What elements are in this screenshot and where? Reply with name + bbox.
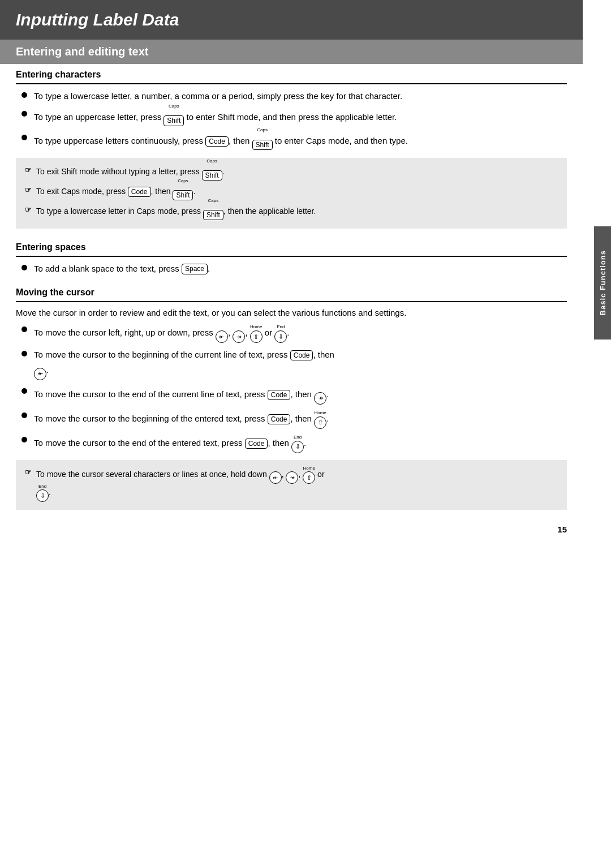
entering-characters-list: To type a lowercase letter, a number, a … [16,90,567,151]
note-icon: ☞ [25,184,32,196]
note-line: ☞ To exit Shift mode without typing a le… [25,164,558,181]
note-text: To exit Caps mode, press Code, then Caps… [36,183,195,201]
moving-cursor-intro: Move the cursor in order to review and e… [16,308,567,317]
note-line: ☞ To move the cursor several characters … [25,466,558,502]
right-arrow-wrap2: ↠ [314,386,326,405]
left-arrow-wrap: ↞ [216,324,228,343]
shift-key-wrap3: Caps Shift [202,164,222,181]
note-line: ☞ To exit Caps mode, press Code, then Ca… [25,183,558,201]
code-key2: Code [128,187,151,197]
list-item: To type an uppercase letter, press Caps … [16,109,567,127]
down-arrow-wrap2: End ⇩ [291,435,304,453]
right-arrow-wrap3: ↠ [286,466,298,484]
left-arrow-wrap2: ↞ [34,362,46,380]
down-arrow-icon3: ⇩ [36,489,49,502]
page-number: 15 [0,518,583,534]
bullet-icon [21,326,27,332]
up-arrow-wrap3: Home ⇧ [303,466,315,484]
shift-key5: Shift [203,210,223,220]
code-key: Code [205,136,229,147]
side-tab-container: Basic Functions [594,226,611,340]
up-arrow-icon2: ⇧ [314,416,326,429]
bullet-icon [21,437,27,442]
section-title: Entering and editing text [16,45,567,58]
shift-key4: Shift [173,190,193,200]
bullet-icon [21,388,27,394]
bullet-text: To type an uppercase letter, press Caps … [34,109,567,127]
list-item: To add a blank space to the text, press … [16,263,567,276]
list-item: To move the cursor left, right, up or do… [16,324,567,343]
bullet-text: To move the cursor to the end of the ent… [34,435,567,453]
moving-cursor-notes: ☞ To move the cursor several characters … [16,460,567,510]
list-item: To move the cursor to the end of the ent… [16,435,567,453]
moving-cursor-list: To move the cursor left, right, up or do… [16,324,567,453]
up-arrow-icon: ⇧ [250,330,263,343]
shift-key: Shift [163,115,184,126]
bullet-text: To move the cursor to the beginning of t… [34,349,567,380]
note-icon: ☞ [25,467,32,478]
bullet-text: To move the cursor to the end of the cur… [34,386,567,405]
note-icon: ☞ [25,204,32,216]
note-text: To move the cursor several characters or… [36,466,325,502]
left-arrow-icon3: ↞ [269,471,282,484]
entering-spaces-section: Entering spaces To add a blank space to … [0,237,583,276]
note-line: ☞ To type a lowercase letter in Caps mod… [25,203,558,221]
bullet-icon [21,265,27,270]
code-key4: Code [268,390,291,400]
bullet-text: To type uppercase letters continuously, … [34,132,567,151]
down-arrow-wrap: End ⇩ [274,324,287,343]
code-key5: Code [268,414,291,424]
entering-characters-heading: Entering characters [16,64,567,84]
up-arrow-wrap: Home ⇧ [250,324,263,343]
shift-key2: Shift [252,140,273,150]
list-item: To move the cursor to the beginning of t… [16,349,567,380]
down-arrow-wrap3: End ⇩ [36,484,49,502]
up-arrow-wrap2: Home ⇧ [314,410,326,429]
shift-key-wrap: Caps Shift [163,109,184,127]
shift-key-wrap4: Caps Shift [173,183,193,201]
shift-key3: Shift [202,170,222,181]
entering-characters-notes: ☞ To exit Shift mode without typing a le… [16,158,567,229]
up-arrow-icon3: ⇧ [303,471,315,484]
bullet-text: To add a blank space to the text, press … [34,263,567,276]
bullet-icon [21,412,27,418]
list-item: To move the cursor to the end of the cur… [16,386,567,405]
down-arrow-icon: ⇩ [274,330,287,343]
right-arrow-icon2: ↠ [314,392,326,405]
section-header: Entering and editing text [0,40,583,64]
left-arrow-icon2: ↞ [34,368,46,380]
code-key6: Code [245,439,268,449]
bullet-icon [21,351,27,356]
left-arrow-icon: ↞ [216,330,228,343]
entering-spaces-heading: Entering spaces [16,237,567,257]
moving-cursor-section: Moving the cursor Move the cursor in ord… [0,282,583,510]
code-key3: Code [290,350,313,360]
note-icon: ☞ [25,165,32,176]
note-text: To exit Shift mode without typing a lett… [36,164,225,181]
bullet-icon [21,92,27,98]
list-item: To type a lowercase letter, a number, a … [16,90,567,103]
page-title: Inputting Label Data [16,10,567,29]
note-text: To type a lowercase letter in Caps mode,… [36,203,316,221]
down-arrow-icon2: ⇩ [291,441,304,453]
bullet-icon [21,135,27,140]
shift-key-wrap2: Caps Shift [252,132,273,151]
bullet-icon [21,111,27,117]
entering-characters-section: Entering characters To type a lowercase … [0,64,583,229]
list-item: To type uppercase letters continuously, … [16,132,567,151]
right-arrow-icon3: ↠ [286,471,298,484]
moving-cursor-heading: Moving the cursor [16,282,567,302]
entering-spaces-list: To add a blank space to the text, press … [16,263,567,276]
page-header: Inputting Label Data [0,0,583,40]
bullet-text: To type a lowercase letter, a number, a … [34,90,567,103]
right-arrow-wrap: ↠ [233,324,245,343]
bullet-text: To move the cursor left, right, up or do… [34,324,567,343]
shift-key-wrap5: Caps Shift [203,203,223,221]
space-key: Space [182,264,208,274]
bullet-text: To move the cursor to the beginning of t… [34,410,567,429]
right-arrow-icon: ↠ [233,330,245,343]
side-tab-label: Basic Functions [596,244,609,321]
left-arrow-wrap3: ↞ [269,466,282,484]
list-item: To move the cursor to the beginning of t… [16,410,567,429]
